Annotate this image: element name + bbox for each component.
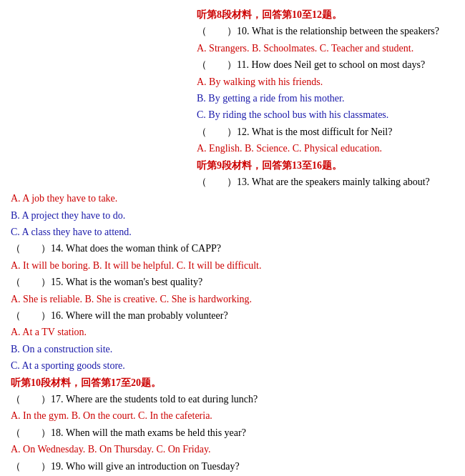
section-header: 听第9段材料，回答第13至16题。	[11, 158, 454, 174]
answer-line: A. On Wednesday. B. On Thursday. C. On F…	[11, 442, 454, 457]
question-line: （ ）12. What is the most difficult for Ne…	[11, 124, 454, 140]
question-line: （ ）13. What are the speakers mainly talk…	[11, 174, 454, 190]
answer-line: C. At a sporting goods store.	[11, 358, 454, 374]
answer-line: A. She is reliable. B. She is creative. …	[11, 292, 454, 307]
answer-line: A. English. B. Science. C. Physical educ…	[11, 141, 454, 157]
question-line: （ ）18. When will the math exams be held …	[11, 425, 454, 441]
main-content: 听第8段材料，回答第10至12题。（ ）10. What is the rela…	[11, 7, 454, 476]
answer-line: A. It will be boring. B. It will be help…	[11, 258, 454, 274]
question-line: （ ）11. How does Neil get to school on mo…	[11, 57, 454, 73]
answer-line: C. By riding the school bus with his cla…	[11, 107, 454, 123]
question-line: （ ）16. Where will the man probably volun…	[11, 308, 454, 324]
answer-line: A. Strangers. B. Schoolmates. C. Teacher…	[11, 41, 454, 56]
answer-line: A. A job they have to take.	[11, 191, 454, 207]
question-line: （ ）14. What does the woman think of CAPP…	[11, 241, 454, 257]
question-line: （ ）19. Who will give an introduction on …	[11, 459, 454, 475]
question-line: （ ）10. What is the relationship between …	[11, 24, 454, 39]
answer-line: B. A project they have to do.	[11, 208, 454, 224]
question-line: （ ）15. What is the woman's best quality?	[11, 274, 454, 290]
answer-line: A. By walking with his friends.	[11, 74, 454, 90]
answer-line: A. At a TV station.	[11, 324, 454, 340]
section-header: 听第8段材料，回答第10至12题。	[11, 7, 454, 23]
answer-line: A. In the gym. B. On the court. C. In th…	[11, 408, 454, 424]
answer-line: C. A class they have to attend.	[11, 224, 454, 240]
section-header: 听第10段材料，回答第17至20题。	[11, 375, 454, 391]
question-line: （ ）17. Where are the students told to ea…	[11, 392, 454, 407]
answer-line: B. On a construction site.	[11, 342, 454, 357]
answer-line: B. By getting a ride from his mother.	[11, 91, 454, 106]
